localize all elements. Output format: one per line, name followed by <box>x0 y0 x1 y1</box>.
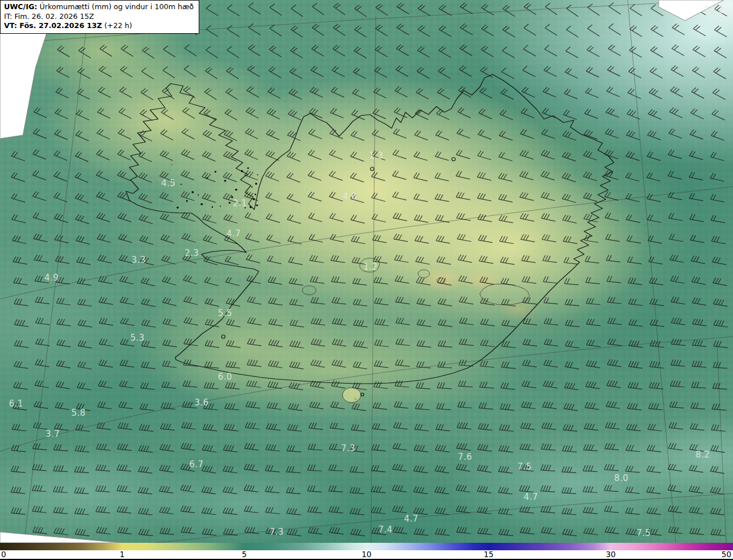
wind-barb <box>415 235 429 243</box>
wind-barb <box>205 66 220 78</box>
wind-barb <box>416 382 431 389</box>
wind-barb <box>690 129 706 139</box>
wind-barb <box>692 318 707 326</box>
precip-value-label: 3.7 <box>45 429 60 439</box>
wind-barb <box>267 255 283 264</box>
wind-barb <box>395 86 410 97</box>
wind-barb <box>586 298 601 305</box>
wind-barb <box>33 191 48 200</box>
wind-barb <box>480 66 496 78</box>
precip-value-label: 1.3 <box>369 151 383 161</box>
wind-barb <box>477 507 492 514</box>
wind-barb <box>308 486 322 492</box>
wind-barb <box>498 172 514 182</box>
wind-barb <box>713 362 728 369</box>
wind-barb <box>692 340 707 346</box>
wind-barb <box>689 486 704 494</box>
wind-barb <box>269 318 283 326</box>
wind-barb <box>456 149 472 159</box>
precip-value-label: 4.0 <box>342 191 357 202</box>
wind-barb <box>650 298 665 306</box>
wind-barb <box>224 129 239 141</box>
wind-barb <box>160 423 175 431</box>
wind-barb <box>308 170 324 180</box>
wind-barb <box>477 486 492 493</box>
wind-barb <box>375 318 389 326</box>
wind-barb <box>12 235 27 243</box>
wind-barb <box>139 445 153 452</box>
wind-barb <box>270 23 285 36</box>
precip-value-label: 5.8 <box>71 408 85 418</box>
wind-barb <box>562 487 577 494</box>
wind-barb <box>53 507 68 514</box>
wind-barb <box>139 193 154 203</box>
wind-barb <box>690 234 705 242</box>
wind-barb <box>14 277 29 285</box>
wind-barb <box>309 128 324 139</box>
wind-barb <box>668 171 683 179</box>
wind-barb <box>311 65 326 77</box>
wind-barb <box>436 424 451 431</box>
wind-barb <box>225 108 241 120</box>
wind-barb <box>181 148 196 159</box>
wind-barb <box>565 361 580 369</box>
wind-barb <box>396 296 411 304</box>
wind-barb <box>393 422 408 429</box>
precip-value-label: 2.1 <box>232 198 247 208</box>
wind-barb <box>308 149 324 160</box>
wind-barb <box>562 151 578 161</box>
wind-barb <box>163 318 178 326</box>
wind-barb <box>202 465 216 473</box>
wind-barb <box>604 506 619 512</box>
wind-barb <box>416 256 431 264</box>
wind-barb <box>649 361 664 368</box>
wind-barb <box>478 527 492 534</box>
wind-barb <box>711 151 726 160</box>
wind-barb <box>542 423 557 430</box>
wind-barb <box>352 403 366 411</box>
wind-barb <box>266 444 281 451</box>
wind-barb <box>393 212 408 221</box>
wind-barb <box>671 338 686 345</box>
wind-barb <box>609 22 624 35</box>
wind-barb <box>245 422 260 429</box>
wind-barb <box>350 214 366 223</box>
wind-barb <box>288 109 304 120</box>
wind-barb <box>33 169 48 180</box>
wind-barb <box>417 45 433 57</box>
wind-barb <box>499 130 515 140</box>
wind-barb <box>562 529 577 536</box>
wind-barb <box>287 172 302 182</box>
wind-barb <box>714 46 730 58</box>
wind-barb <box>32 506 47 512</box>
wind-barb <box>480 276 495 284</box>
wind-barb <box>374 277 389 284</box>
wind-barb <box>606 86 622 97</box>
wind-barb <box>647 507 661 515</box>
wind-barb <box>437 382 452 388</box>
wind-barb <box>330 107 346 118</box>
wind-barb <box>265 486 280 492</box>
precip-value-label: 7.3 <box>269 527 283 537</box>
wind-barb <box>312 44 327 56</box>
wind-barb <box>585 256 600 263</box>
wind-barb <box>672 44 687 56</box>
wind-barb <box>668 506 683 513</box>
wind-barb <box>183 85 198 98</box>
precip-value-label: 3.6 <box>194 397 208 408</box>
wind-barb <box>457 422 472 429</box>
wind-barb <box>329 506 344 513</box>
wind-barb <box>503 4 518 17</box>
wind-barb <box>627 109 643 120</box>
wind-barb <box>11 193 27 202</box>
wind-barb <box>54 149 69 160</box>
wind-barb <box>78 298 93 306</box>
wind-barb <box>480 297 495 305</box>
wind-barb <box>458 254 473 262</box>
precip-value-label: 6.1 <box>9 399 23 409</box>
wind-barb <box>34 401 49 408</box>
wind-barb <box>436 403 451 410</box>
wind-barb <box>416 277 431 285</box>
wind-barb <box>11 214 27 223</box>
wind-barb <box>203 214 218 223</box>
